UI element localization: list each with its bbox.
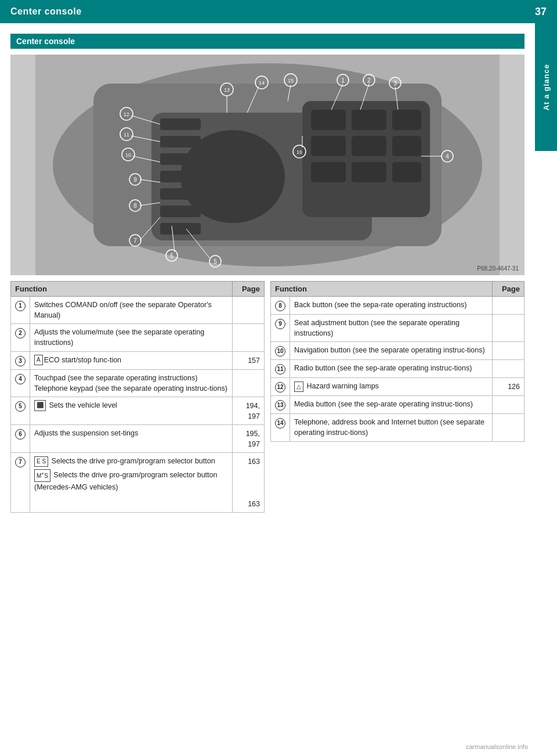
vehicle-level-icon: ⬛	[34, 400, 46, 411]
svg-rect-11	[311, 162, 346, 182]
row-num: 11	[271, 360, 290, 378]
svg-text:4: 4	[446, 153, 449, 160]
table-row: 4 Touchpad (see the separate operating i…	[11, 369, 265, 397]
header-title: Center console	[10, 6, 82, 17]
svg-rect-6	[352, 110, 386, 130]
row-page: 163163	[233, 453, 265, 513]
es-icon: E S	[34, 456, 48, 467]
row-page	[493, 360, 525, 378]
row-page: 126	[493, 378, 525, 396]
table-row: 14 Telephone, address book and Internet …	[271, 414, 525, 441]
row-num: 2	[11, 324, 30, 351]
svg-text:3: 3	[393, 80, 397, 87]
row-function: Telephone, address book and Internet but…	[290, 414, 493, 441]
right-table-wrapper: Function Page 8 Back button (see the sep…	[270, 281, 525, 513]
svg-text:8: 8	[133, 203, 137, 209]
row-num: 9	[271, 315, 290, 342]
section-heading: Center console	[10, 34, 525, 49]
row-page: 157	[233, 351, 265, 369]
eco-icon: A	[34, 355, 43, 366]
table-row: 6 Adjusts the suspension set-tings 195, …	[11, 425, 265, 453]
hazard-warning-icon: △	[294, 381, 303, 393]
image-caption: P68.20-4647-31	[477, 265, 519, 272]
table-row: 13 Media button (see the sep-arate opera…	[271, 396, 525, 414]
row-function: Back button (see the sepa-rate operating…	[290, 297, 493, 315]
row-page	[493, 315, 525, 342]
table-row: 7 E S Selects the drive pro-gram/program…	[11, 453, 265, 513]
right-table: Function Page 8 Back button (see the sep…	[270, 281, 525, 442]
svg-rect-20	[160, 206, 201, 217]
row-page	[233, 324, 265, 351]
row-num: 5	[11, 397, 30, 424]
right-col-function-header: Function	[271, 282, 493, 297]
svg-text:11: 11	[124, 132, 129, 138]
ms-icon: M+S	[34, 469, 50, 482]
row-page	[233, 369, 265, 397]
svg-text:1: 1	[341, 77, 345, 84]
row-num: 10	[271, 342, 290, 360]
row-function: Media button (see the sep-arate operatin…	[290, 396, 493, 414]
svg-rect-19	[160, 188, 201, 200]
table-row: 3 AECO start/stop func-tion 157	[11, 351, 265, 369]
row-num: 4	[11, 369, 30, 397]
row-num: 8	[271, 297, 290, 315]
table-row: 1 Switches COMAND on/off (see the separa…	[11, 297, 265, 324]
table-row: 8 Back button (see the sepa-rate operati…	[271, 297, 525, 315]
row-num: 12	[271, 378, 290, 396]
svg-text:10: 10	[125, 152, 131, 158]
row-num: 14	[271, 414, 290, 441]
svg-text:13: 13	[224, 87, 230, 93]
row-function: △ Hazard warning lamps	[290, 378, 493, 396]
row-function: Switches COMAND on/off (see the separate…	[30, 297, 233, 324]
svg-text:5: 5	[214, 258, 217, 265]
svg-rect-9	[352, 136, 386, 156]
row-function: Seat adjustment button (see the separate…	[290, 315, 493, 342]
svg-rect-17	[160, 153, 201, 165]
row-page	[493, 342, 525, 360]
row-function: AECO start/stop func-tion	[30, 351, 233, 369]
left-col-page-header: Page	[233, 282, 265, 297]
svg-text:6: 6	[170, 253, 173, 259]
svg-rect-18	[160, 171, 201, 182]
tables-row: Function Page 1 Switches COMAND on/off (…	[10, 281, 525, 513]
table-row: 10 Navigation button (see the separate o…	[271, 342, 525, 360]
svg-text:2: 2	[367, 77, 371, 84]
table-row: 12 △ Hazard warning lamps 126	[271, 378, 525, 396]
svg-rect-7	[392, 110, 421, 130]
left-col-function-header: Function	[11, 282, 233, 297]
svg-rect-13	[392, 162, 421, 182]
row-page	[493, 414, 525, 441]
svg-text:7: 7	[133, 237, 137, 244]
row-page: 195, 197	[233, 425, 265, 453]
svg-text:15: 15	[288, 78, 294, 84]
row-page	[233, 297, 265, 324]
right-col-page-header: Page	[493, 282, 525, 297]
row-function: Adjusts the suspension set-tings	[30, 425, 233, 453]
svg-text:9: 9	[133, 177, 137, 183]
main-content: Center console	[0, 23, 535, 523]
row-num: 7	[11, 453, 30, 513]
table-row: 11 Radio button (see the sep-arate opera…	[271, 360, 525, 378]
sidebar-tab: At a glance	[535, 23, 557, 151]
row-function: Radio button (see the sep-arate operatin…	[290, 360, 493, 378]
table-row: 2 Adjusts the volume/mute (see the separ…	[11, 324, 265, 351]
table-row: 9 Seat adjustment button (see the separa…	[271, 315, 525, 342]
svg-text:14: 14	[259, 80, 265, 86]
diagram-image: 1 2 3 4 5 6 7	[10, 55, 525, 275]
row-num: 3	[11, 351, 30, 369]
svg-rect-5	[311, 110, 346, 130]
row-num: 1	[11, 297, 30, 324]
row-function: Navigation button (see the separate oper…	[290, 342, 493, 360]
footer-watermark: carmanualsonline.info	[466, 743, 528, 750]
svg-rect-10	[392, 136, 421, 156]
svg-rect-21	[160, 223, 201, 235]
row-num: 13	[271, 396, 290, 414]
svg-rect-8	[311, 136, 346, 156]
svg-text:16: 16	[296, 149, 302, 155]
svg-rect-16	[160, 136, 201, 147]
svg-text:12: 12	[124, 111, 129, 117]
left-table-wrapper: Function Page 1 Switches COMAND on/off (…	[10, 281, 265, 513]
svg-rect-15	[160, 118, 201, 130]
row-page	[493, 396, 525, 414]
row-page: 194, 197	[233, 397, 265, 424]
